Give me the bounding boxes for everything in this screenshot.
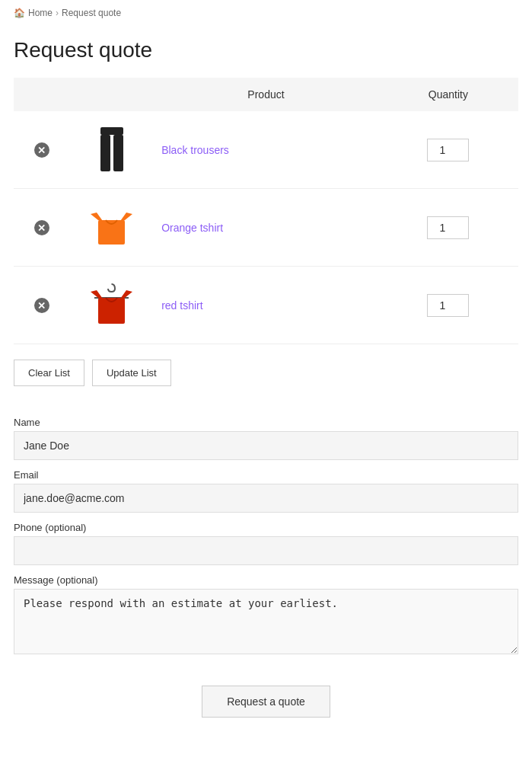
- phone-group: Phone (optional): [14, 522, 518, 565]
- svg-marker-8: [91, 290, 104, 301]
- product-link-1[interactable]: Black trousers: [161, 144, 229, 156]
- remove-cell-2: ✕: [14, 189, 70, 267]
- product-image-1: [91, 125, 132, 174]
- request-quote-button[interactable]: Request a quote: [202, 686, 330, 718]
- product-image-cell-2: [70, 189, 154, 267]
- product-name-cell-2: Orange tshirt: [154, 189, 378, 267]
- message-group: Message (optional) Please respond with a…: [14, 574, 518, 657]
- product-link-2[interactable]: Orange tshirt: [161, 222, 223, 234]
- svg-rect-1: [100, 135, 110, 171]
- product-image-cell-3: [70, 267, 154, 344]
- phone-label: Phone (optional): [14, 522, 518, 533]
- email-group: Email: [14, 469, 518, 513]
- update-list-button[interactable]: Update List: [92, 360, 171, 386]
- svg-marker-9: [119, 290, 132, 301]
- qty-input-3[interactable]: [427, 294, 469, 317]
- home-icon: 🏠: [14, 8, 25, 18]
- product-image-cell-1: [70, 111, 154, 189]
- remove-icon-2: ✕: [34, 220, 49, 235]
- breadcrumb-current: Request quote: [62, 8, 121, 18]
- remove-icon-1: ✕: [34, 142, 49, 158]
- trousers-svg: [97, 127, 127, 173]
- clear-list-button[interactable]: Clear List: [14, 360, 84, 386]
- breadcrumb: 🏠 Home › Request quote: [0, 0, 532, 26]
- phone-input[interactable]: [14, 536, 518, 565]
- table-row: ✕ Black trousers: [14, 111, 518, 189]
- product-name-cell-3: red tshirt: [154, 267, 378, 344]
- svg-rect-2: [113, 135, 123, 171]
- action-buttons: Clear List Update List: [0, 344, 532, 401]
- quote-table: Product Quantity ✕: [14, 78, 518, 344]
- email-label: Email: [14, 469, 518, 481]
- remove-cell-3: ✕: [14, 267, 70, 344]
- page-title: Request quote: [0, 26, 532, 78]
- product-link-3[interactable]: red tshirt: [161, 299, 202, 312]
- col-image-header: [70, 78, 154, 111]
- red-tshirt-svg: [91, 283, 132, 328]
- col-product-header: Product: [154, 78, 378, 111]
- remove-item-3-button[interactable]: ✕: [33, 296, 51, 315]
- breadcrumb-separator: ›: [56, 8, 59, 18]
- qty-input-2[interactable]: [427, 216, 469, 239]
- orange-tshirt-svg: [91, 206, 132, 248]
- remove-item-2-button[interactable]: ✕: [33, 218, 51, 238]
- product-image-2: [91, 203, 132, 252]
- submit-section: Request a quote: [0, 673, 532, 740]
- message-textarea[interactable]: Please respond with an estimate at your …: [14, 589, 518, 654]
- product-image-3: [91, 280, 132, 330]
- qty-input-1[interactable]: [427, 139, 469, 161]
- breadcrumb-home-link[interactable]: Home: [28, 8, 53, 18]
- name-group: Name: [14, 417, 518, 460]
- svg-marker-4: [91, 213, 104, 223]
- email-input[interactable]: [14, 484, 518, 513]
- remove-cell-1: ✕: [14, 111, 70, 189]
- name-label: Name: [14, 417, 518, 428]
- product-name-cell-1: Black trousers: [154, 111, 378, 189]
- qty-cell-2: [378, 189, 518, 267]
- qty-cell-3: [378, 267, 518, 344]
- table-row: ✕: [14, 267, 518, 344]
- remove-item-1-button[interactable]: ✕: [33, 140, 51, 160]
- qty-cell-1: [378, 111, 518, 189]
- svg-marker-5: [119, 213, 132, 223]
- contact-form: Name Email Phone (optional) Message (opt…: [0, 401, 532, 673]
- name-input[interactable]: [14, 431, 518, 460]
- table-header-row: Product Quantity: [14, 78, 518, 111]
- col-qty-header: Quantity: [378, 78, 518, 111]
- col-remove-header: [14, 78, 70, 111]
- remove-icon-3: ✕: [34, 298, 49, 313]
- message-label: Message (optional): [14, 574, 518, 586]
- svg-rect-0: [100, 127, 123, 135]
- table-row: ✕: [14, 189, 518, 267]
